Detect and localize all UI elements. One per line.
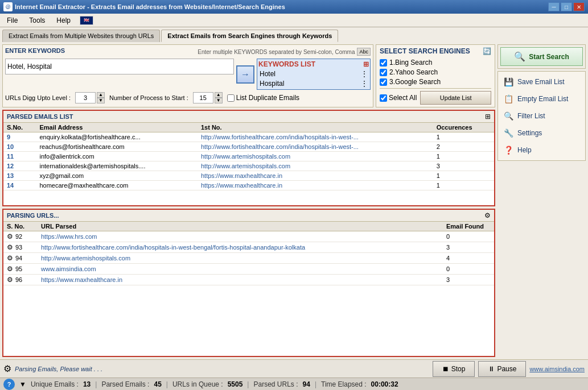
settings-icon: 🔧 xyxy=(503,127,514,139)
select-all-checkbox[interactable] xyxy=(380,94,387,102)
parsing-urls-section: PARSING URLS... ⚙ S. No. URL Parsed Emai… xyxy=(2,209,495,357)
elapsed-value: 00:00:32 xyxy=(371,380,398,388)
website-link[interactable]: www.aimsindia.com xyxy=(529,366,585,372)
save-email-list-button[interactable]: 💾 Save Email List xyxy=(499,74,584,90)
menu-bar: File Tools Help 🇬🇧 xyxy=(0,14,588,27)
parsed-emails-title: PARSED EMAILS LIST xyxy=(7,113,73,120)
search-engines-title: SELECT SEARCH ENGINES xyxy=(380,47,470,55)
url-row-num: ⚙92 xyxy=(3,231,38,242)
pause-label: Pause xyxy=(497,365,516,373)
process-up[interactable]: ▲ xyxy=(215,92,223,98)
pause-button[interactable]: ⏸ Pause xyxy=(478,361,526,377)
bing-checkbox[interactable] xyxy=(380,59,387,67)
abc-badge: Abc xyxy=(357,48,371,56)
row-url: https://www.maxhealthcare.in xyxy=(198,181,433,190)
row-url: http://www.artemishospitals.com xyxy=(198,152,433,161)
tab-search-engines[interactable]: Extract Emails from Search Engines throu… xyxy=(161,30,338,42)
parsed-value: 45 xyxy=(154,380,161,388)
row-occ: 2 xyxy=(433,142,494,152)
tab-multiple-websites[interactable]: Extract Emails from Multiple Websites th… xyxy=(2,30,160,42)
minimize-button[interactable]: ─ xyxy=(548,2,560,11)
add-keywords-button[interactable]: → xyxy=(236,65,254,84)
urls-digg-down[interactable]: ▼ xyxy=(97,98,105,103)
left-panel: ENTER KEYWORDS Enter multiple KEYWORDS s… xyxy=(2,44,495,357)
row-occ: 1 xyxy=(433,171,494,181)
window-title: Internet Email Extractor - Extracts Emai… xyxy=(15,3,285,10)
parsing-urls-icon: ⚙ xyxy=(484,211,491,219)
parsed-urls-value: 94 xyxy=(303,380,310,388)
parsed-emails-section: PARSED EMAILS LIST ⊞ S.No. Email Address… xyxy=(2,110,495,206)
url-row-url: https://www.hrs.com xyxy=(38,231,443,242)
google-checkbox[interactable] xyxy=(380,78,387,86)
yahoo-checkbox[interactable] xyxy=(380,69,387,76)
keywords-input[interactable] xyxy=(5,59,234,74)
unique-value: 13 xyxy=(83,380,91,388)
urls-digg-up[interactable]: ▲ xyxy=(97,92,105,98)
close-button[interactable]: ✕ xyxy=(573,2,585,11)
empty-email-list-button[interactable]: 📋 Empty Email List xyxy=(499,91,584,107)
parsing-urls-title: PARSING URLS... xyxy=(7,212,59,219)
right-panel: 🔍 Start Search 💾 Save Email List 📋 Empty… xyxy=(497,44,586,357)
main-content: Extract Emails from Multiple Websites th… xyxy=(0,27,588,390)
keyword-item-hospital: Hospital ⋮ xyxy=(258,79,369,88)
bing-label: 1.Bing Search xyxy=(389,59,432,67)
col-sno2: S. No. xyxy=(3,222,38,231)
pause-icon: ⏸ xyxy=(488,365,495,373)
menu-tools[interactable]: Tools xyxy=(24,15,50,26)
url-row-found: 3 xyxy=(443,275,494,285)
stop-button[interactable]: ⏹ Stop xyxy=(433,361,475,377)
menu-file[interactable]: File xyxy=(2,15,22,26)
start-search-section: 🔍 Start Search xyxy=(497,44,586,69)
filter-list-button[interactable]: 🔍 Filter List xyxy=(499,108,584,124)
parsing-urls-table-container[interactable]: S. No. URL Parsed Email Found ⚙92 https:… xyxy=(3,222,494,287)
settings-button[interactable]: 🔧 Settings xyxy=(499,125,584,141)
row-url: https://www.maxhealthcare.in xyxy=(198,171,433,181)
help-icon: ❓ xyxy=(503,144,514,156)
keywords-list-title: KEYWORDS LIST xyxy=(258,60,315,68)
parsing-url-row: ⚙94 http://www.artemishospitals.com 4 xyxy=(3,253,494,264)
yahoo-label: 2.Yahoo Search xyxy=(389,68,438,76)
settings-label: Settings xyxy=(517,129,542,137)
refresh-icon[interactable]: 🔄 xyxy=(483,47,491,55)
dropdown-arrow-icon[interactable]: ▼ xyxy=(19,380,26,388)
keywords-section-title: ENTER KEYWORDS xyxy=(5,47,65,54)
status-animation-icon: ⚙ xyxy=(3,363,11,374)
help-button[interactable]: ❓ Help xyxy=(499,142,584,158)
urls-digg-label: URLs Digg Upto Level : xyxy=(5,94,71,101)
keywords-hint: Enter multiple KEYWORDS separated by Sem… xyxy=(198,49,355,55)
row-num: 14 xyxy=(3,181,36,190)
help-info-button[interactable]: ? xyxy=(3,379,15,390)
stop-icon: ⏹ xyxy=(442,365,449,373)
update-list-button[interactable]: Update List xyxy=(420,91,491,105)
start-search-button[interactable]: 🔍 Start Search xyxy=(500,47,583,66)
row-url: http://www.artemishospitals.com xyxy=(198,161,433,171)
url-row-num: ⚙95 xyxy=(3,264,38,275)
parsed-emails-table-container[interactable]: S.No. Email Address 1st No. Occurences 9… xyxy=(3,123,494,205)
col-url: URL Parsed xyxy=(38,222,443,231)
menu-help[interactable]: Help xyxy=(52,15,75,26)
url-row-num: ⚙96 xyxy=(3,275,38,285)
row-email: internationaldesk@artemishospitals.... xyxy=(36,161,198,171)
maximize-button[interactable]: □ xyxy=(561,2,572,11)
save-icon: 💾 xyxy=(503,76,514,88)
queue-value: 5505 xyxy=(228,380,243,388)
url-row-found: 0 xyxy=(443,264,494,275)
duplicate-emails-checkbox[interactable] xyxy=(227,94,235,102)
duplicate-emails-checkbox-label[interactable]: List Duplicate Emails xyxy=(227,94,299,102)
url-row-num: ⚙93 xyxy=(3,242,38,253)
row-num: 13 xyxy=(3,171,36,181)
start-search-label: Start Search xyxy=(529,53,569,61)
keywords-list-expand-icon[interactable]: ⊞ xyxy=(363,60,369,68)
parsed-email-row: 9 enquiry.kolkata@fortishealthcare.c... … xyxy=(3,132,494,142)
row-num: 9 xyxy=(3,132,36,142)
elapsed-label: Time Elapsed : xyxy=(321,380,367,388)
row-email: homecare@maxhealthcare.com xyxy=(36,181,198,190)
row-url: http://www.fortishealthcare.com/india/ho… xyxy=(198,132,433,142)
tabs-row: Extract Emails from Multiple Websites th… xyxy=(0,27,588,42)
urls-digg-input[interactable] xyxy=(75,92,96,103)
parsed-emails-icon: ⊞ xyxy=(485,113,491,121)
row-email: enquiry.kolkata@fortishealthcare.c... xyxy=(36,132,198,142)
row-email: info@alientrick.com xyxy=(36,152,198,161)
process-down[interactable]: ▼ xyxy=(215,98,223,103)
process-input[interactable] xyxy=(193,92,213,103)
